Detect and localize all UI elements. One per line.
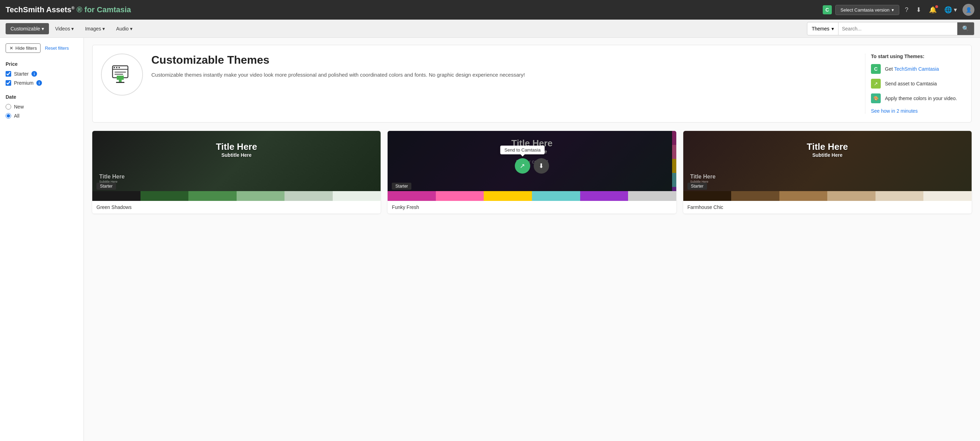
- swatch: [285, 191, 333, 201]
- svg-rect-9: [116, 82, 124, 83]
- send-tooltip: Send to Camtasia: [500, 145, 544, 154]
- hero-section: Customizable Themes Customizable themes …: [92, 45, 972, 123]
- help-button[interactable]: ?: [903, 5, 910, 15]
- sidebar: ✕ Hide filters Reset filters Price Start…: [0, 38, 84, 441]
- hero-icon: [101, 54, 143, 96]
- search-icon: 🔍: [962, 25, 969, 32]
- card-green-shadows[interactable]: Title Here Subtitle Here Title Here Subt…: [92, 131, 380, 214]
- search-button[interactable]: 🔍: [957, 22, 974, 35]
- svg-rect-7: [117, 76, 124, 80]
- see-how-link[interactable]: See how in 2 minutes: [871, 108, 963, 114]
- send-btn-wrap: Send to Camtasia ↗: [515, 158, 530, 174]
- step-1-icon: C: [871, 64, 881, 74]
- search-input[interactable]: [838, 22, 957, 35]
- swatch: [683, 191, 732, 201]
- svg-point-3: [116, 67, 118, 68]
- step-1-label: Get TechSmith Camtasia: [885, 66, 939, 72]
- step-1: C Get TechSmith Camtasia: [871, 64, 963, 74]
- close-icon: ✕: [10, 45, 13, 51]
- svg-point-2: [114, 67, 115, 68]
- tab-customizable[interactable]: Customizable ▾: [6, 23, 49, 34]
- tab-images[interactable]: Images ▾: [80, 23, 110, 34]
- color-swatches-3: [683, 191, 972, 201]
- swatch: [731, 191, 780, 201]
- step-2: ↗ Send asset to Camtasia: [871, 79, 963, 89]
- color-swatches-2: [388, 191, 676, 201]
- card-footer-1: Green Shadows: [92, 201, 380, 214]
- new-radio-item[interactable]: New: [6, 104, 78, 110]
- card-thumbnail-green-shadows: Title Here Subtitle Here Title Here Subt…: [92, 131, 380, 201]
- all-radio-item[interactable]: All: [6, 113, 78, 119]
- swatch: [333, 191, 381, 201]
- starter-checkbox[interactable]: [6, 71, 11, 77]
- notifications-button[interactable]: 🔔: [927, 5, 939, 15]
- card-farmhouse-chic[interactable]: Title Here Subtitle Here Title Here Subt…: [683, 131, 972, 214]
- date-filter-section: Date New All: [6, 94, 78, 119]
- hover-overlay-funky: Send to Camtasia ↗ ⬇: [388, 131, 676, 201]
- chevron-down-icon: ▾: [892, 7, 894, 13]
- price-filter-title: Price: [6, 61, 78, 67]
- premium-info-badge[interactable]: i: [37, 80, 42, 86]
- camtasia-app-icon: C: [823, 5, 832, 14]
- premium-checkbox[interactable]: [6, 80, 11, 86]
- chevron-down-icon: ▾: [41, 26, 44, 32]
- category-select[interactable]: Themes ▾: [807, 22, 838, 35]
- color-swatches-1: [92, 191, 380, 201]
- svg-point-4: [118, 67, 120, 68]
- step-2-label: Send asset to Camtasia: [885, 81, 937, 86]
- step-3: 🎨 Apply theme colors in your video.: [871, 93, 963, 103]
- card-funky-fresh[interactable]: Title Here Subtitle Here Starter content: [388, 131, 676, 214]
- search-input-wrap: 🔍: [838, 22, 974, 35]
- thumb-main-title-1: Title Here: [92, 141, 380, 152]
- hero-sidebar: To start using Themes: C Get TechSmith C…: [865, 54, 963, 114]
- main-layout: ✕ Hide filters Reset filters Price Start…: [0, 38, 980, 441]
- step-3-label: Apply theme colors in your video.: [885, 96, 957, 101]
- tab-videos[interactable]: Videos ▾: [50, 23, 79, 34]
- chevron-down-icon: ▾: [71, 26, 74, 32]
- starter-checkbox-item[interactable]: Starter i: [6, 71, 78, 77]
- step-3-icon: 🎨: [871, 93, 881, 103]
- swatch: [875, 191, 924, 201]
- swatch: [923, 191, 972, 201]
- swatch: [237, 191, 285, 201]
- date-filter-title: Date: [6, 94, 78, 100]
- themes-svg-icon: [110, 62, 134, 87]
- swatch: [628, 191, 676, 201]
- thumb-main-title-3: Title Here: [683, 141, 972, 152]
- new-radio[interactable]: [6, 104, 11, 110]
- step-2-icon: ↗: [871, 79, 881, 89]
- globe-button[interactable]: 🌐 ▾: [942, 5, 959, 15]
- hero-text: Customizable Themes Customizable themes …: [151, 54, 857, 79]
- chevron-down-icon: ▾: [130, 26, 132, 32]
- site-logo: TechSmith Assets® ® for Camtasia: [6, 5, 131, 14]
- hero-title: Customizable Themes: [151, 54, 857, 67]
- hero-description: Customizable themes instantly make your …: [151, 71, 857, 79]
- card-footer-3: Farmhouse Chic: [683, 201, 972, 214]
- swatch: [436, 191, 484, 201]
- top-nav: TechSmith Assets® ® for Camtasia C Selec…: [0, 0, 980, 19]
- send-to-camtasia-button[interactable]: ↗: [515, 158, 530, 174]
- select-version-button[interactable]: Select Camtasia version ▾: [835, 5, 899, 15]
- hide-filters-button[interactable]: ✕ Hide filters: [6, 43, 41, 53]
- swatch: [484, 191, 532, 201]
- download-button[interactable]: ⬇: [914, 5, 923, 15]
- swatch: [188, 191, 237, 201]
- card-footer-2: Funky Fresh: [388, 201, 676, 214]
- reset-filters-button[interactable]: Reset filters: [45, 45, 69, 51]
- thumb-small-title-1: Title Here: [99, 174, 125, 180]
- all-radio[interactable]: [6, 113, 11, 119]
- swatch: [580, 191, 628, 201]
- swatch: [92, 191, 140, 201]
- premium-checkbox-item[interactable]: Premium i: [6, 80, 78, 86]
- filter-controls: ✕ Hide filters Reset filters: [6, 43, 78, 53]
- search-area: Themes ▾ 🔍: [807, 22, 974, 35]
- user-avatar[interactable]: 👤: [963, 4, 974, 16]
- thumb-content-farmhouse-chic: Title Here Subtitle Here Title Here Subt…: [683, 131, 972, 201]
- tab-audio[interactable]: Audio ▾: [111, 23, 137, 34]
- card-thumbnail-funky-fresh: Title Here Subtitle Here Starter content: [388, 131, 676, 201]
- starter-info-badge[interactable]: i: [32, 71, 37, 77]
- camtasia-link[interactable]: TechSmith Camtasia: [894, 66, 939, 72]
- swatch: [532, 191, 580, 201]
- download-button-funky[interactable]: ⬇: [534, 158, 549, 174]
- thumb-small-title-3: Title Here: [690, 174, 716, 180]
